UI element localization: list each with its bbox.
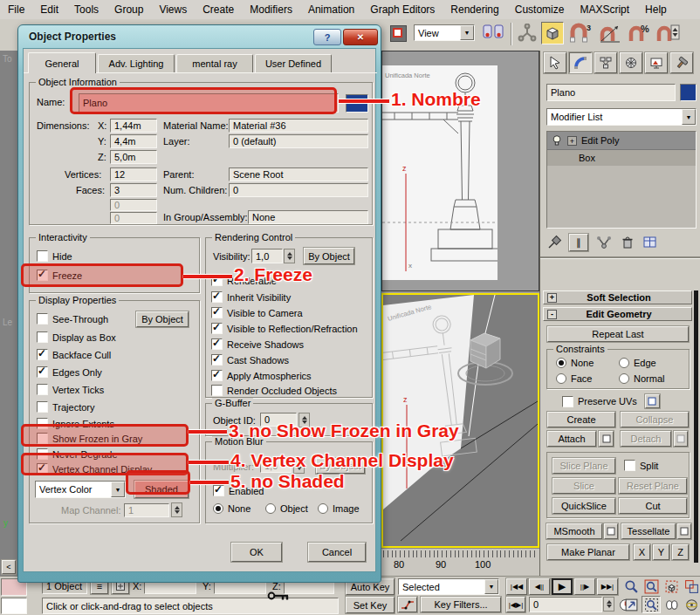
make-planar-y-button[interactable]: Y xyxy=(653,544,669,560)
menu-help[interactable]: Help xyxy=(637,3,675,16)
cut-button[interactable]: Cut xyxy=(619,498,687,514)
radio-constraint-edge[interactable]: Edge xyxy=(619,358,656,368)
panel-scrollbar[interactable] xyxy=(694,290,698,563)
menu-group[interactable]: Group xyxy=(106,3,151,16)
visibility-spinner[interactable] xyxy=(284,249,295,263)
visibility-field[interactable]: 1,0 xyxy=(251,249,283,263)
msmooth-settings-icon[interactable] xyxy=(604,523,618,539)
next-frame-button[interactable]: ||▶ xyxy=(574,578,595,595)
checkbox-apply-atmospherics[interactable]: Apply Atmospherics xyxy=(211,370,312,381)
timeline-ruler[interactable]: 80 90 100 xyxy=(381,548,539,577)
radio-motion-blur-none[interactable]: None xyxy=(213,503,250,514)
viewport-front[interactable]: Unificada Norte z x xyxy=(381,51,539,291)
menu-customize[interactable]: Customize xyxy=(507,3,573,16)
zoom-extents-icon[interactable] xyxy=(662,577,681,595)
expand-plus-icon[interactable]: + xyxy=(567,136,577,146)
snap-3d-icon[interactable]: 3 xyxy=(569,23,592,45)
modifier-list-dropdown[interactable]: Modifier List ▼ xyxy=(546,108,697,126)
radio-motion-blur-object[interactable]: Object xyxy=(265,503,308,514)
checkbox-cast-shadows[interactable]: Cast Shadows xyxy=(211,354,289,366)
checkbox-render-occluded[interactable]: Render Occluded Objects xyxy=(211,385,337,396)
selection-set-dropdown[interactable]: Selected ▼ xyxy=(398,578,499,595)
remove-modifier-trash-icon[interactable] xyxy=(620,235,635,250)
dialog-close-button[interactable]: ✕ xyxy=(343,29,378,45)
menu-modifiers[interactable]: Modifiers xyxy=(242,3,300,16)
arc-rotate-icon[interactable] xyxy=(682,596,700,613)
menu-views[interactable]: Views xyxy=(151,3,195,16)
tab-display[interactable] xyxy=(645,52,668,73)
cancel-button[interactable]: Cancel xyxy=(308,543,366,562)
menu-rendering[interactable]: Rendering xyxy=(443,3,506,16)
repeat-last-button[interactable]: Repeat Last xyxy=(547,326,689,342)
checkbox-vertex-ticks[interactable]: Vertex Ticks xyxy=(37,384,104,395)
checkbox-preserve-uvs[interactable]: Preserve UVs xyxy=(562,394,660,408)
region-zoom-icon[interactable] xyxy=(642,596,661,613)
go-to-start-button[interactable]: |◀◀ xyxy=(506,578,527,595)
attach-button[interactable]: Attach xyxy=(547,431,596,447)
chevron-down-icon[interactable]: ▼ xyxy=(682,109,696,125)
object-name-field[interactable]: Plano xyxy=(546,84,676,101)
tab-create[interactable] xyxy=(544,52,566,73)
frame-spinner[interactable] xyxy=(603,597,614,612)
menu-edit[interactable]: Edit xyxy=(32,3,66,16)
angle-snap-icon[interactable] xyxy=(597,23,621,45)
object-color-swatch[interactable] xyxy=(680,84,697,101)
tab-adv-lighting[interactable]: Adv. Lighting xyxy=(98,54,175,73)
tab-hierarchy[interactable] xyxy=(594,52,617,73)
radio-motion-blur-image[interactable]: Image xyxy=(318,503,360,514)
select-and-manipulate-icon[interactable] xyxy=(518,24,537,44)
ok-button[interactable]: OK xyxy=(231,543,282,562)
make-planar-x-button[interactable]: X xyxy=(634,544,650,560)
quickslice-button[interactable]: QuickSlice xyxy=(552,498,615,514)
zoom-extents-all-icon[interactable] xyxy=(682,577,700,595)
rendering-by-object-button[interactable]: By Object xyxy=(304,248,354,264)
scroll-left-button[interactable]: < xyxy=(2,560,16,574)
reset-plane-button[interactable]: Reset Plane xyxy=(619,478,687,494)
play-button[interactable]: ▶ xyxy=(552,578,573,595)
zoom-icon[interactable] xyxy=(621,577,641,595)
slice-button[interactable]: Slice xyxy=(552,478,615,494)
tab-utilities[interactable] xyxy=(670,52,693,73)
checkbox-display-as-box[interactable]: Display as Box xyxy=(37,331,116,343)
pin-stack-icon[interactable] xyxy=(546,235,562,250)
tab-modify[interactable] xyxy=(569,52,592,73)
stack-item-edit-poly[interactable]: + Edit Poly xyxy=(547,132,696,150)
map-channel-field[interactable]: 1 xyxy=(124,503,169,517)
radio-constraint-normal[interactable]: Normal xyxy=(619,373,664,384)
default-tangents-icon[interactable] xyxy=(398,597,417,612)
checkbox-hide[interactable]: Hide xyxy=(37,250,72,262)
rollout-soft-selection[interactable]: + Soft Selection xyxy=(543,290,692,304)
checkbox-visible-to-camera[interactable]: Visible to Camera xyxy=(211,307,303,318)
keyboard-override-toggle[interactable] xyxy=(258,578,292,613)
checkbox-inherit-visibility[interactable]: Inherit Visibility xyxy=(211,291,291,303)
chevron-down-icon[interactable]: ▼ xyxy=(111,482,125,497)
tab-mental-ray[interactable]: mental ray xyxy=(176,54,253,73)
create-button[interactable]: Create xyxy=(547,412,615,427)
object-color-swatch[interactable] xyxy=(346,94,368,113)
chevron-down-icon[interactable]: ▼ xyxy=(484,579,498,594)
checkbox-backface-cull[interactable]: Backface Cull xyxy=(37,349,111,360)
mirror-tool-icon[interactable] xyxy=(482,24,506,43)
spinner-snap-icon[interactable] xyxy=(655,23,681,45)
show-end-result-button[interactable]: ∥ xyxy=(569,234,588,251)
checkbox-split[interactable]: Split xyxy=(624,460,658,471)
menu-create[interactable]: Create xyxy=(195,3,242,16)
key-mode-toggle[interactable]: |◀▶| xyxy=(506,597,525,612)
menu-animation[interactable]: Animation xyxy=(300,3,362,16)
menu-file[interactable]: File xyxy=(0,3,32,16)
min-max-toggle-icon[interactable] xyxy=(621,596,641,613)
checkbox-visible-to-reflection[interactable]: Visible to Reflection/Refraction xyxy=(211,323,358,334)
tessellate-settings-icon[interactable] xyxy=(677,523,691,539)
zoom-all-icon[interactable] xyxy=(642,577,661,595)
radio-constraint-none[interactable]: None xyxy=(556,358,594,368)
vertex-color-dropdown[interactable]: Vertex Color ▼ xyxy=(35,481,126,498)
detach-settings-icon[interactable] xyxy=(674,431,688,447)
maxscript-mini-listener-white[interactable] xyxy=(1,598,27,614)
tab-user-defined[interactable]: User Defined xyxy=(255,54,332,73)
dialog-help-button[interactable]: ? xyxy=(313,29,341,45)
slice-plane-button[interactable]: Slice Plane xyxy=(552,458,615,474)
make-planar-z-button[interactable]: Z xyxy=(672,544,689,560)
attach-settings-icon[interactable] xyxy=(599,431,614,447)
current-frame-field[interactable]: 0 xyxy=(529,597,602,612)
display-by-object-button[interactable]: By Object xyxy=(136,311,189,327)
